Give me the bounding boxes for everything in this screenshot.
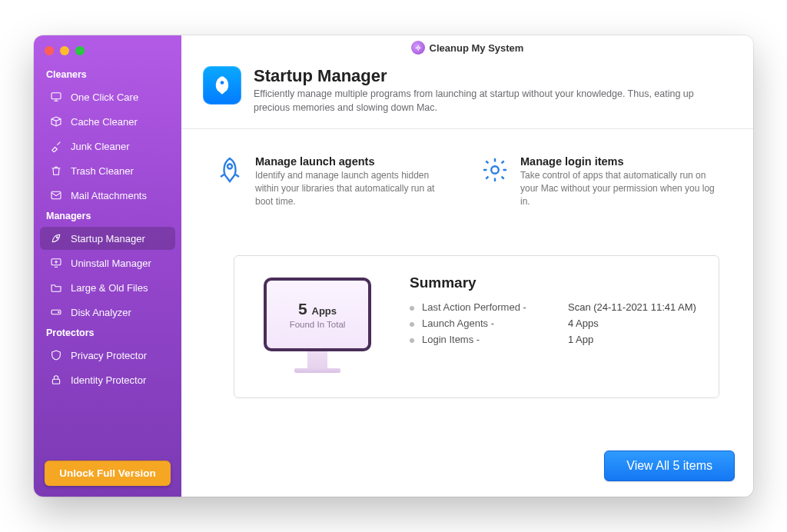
sidebar-item-disk-analyzer[interactable]: Disk Analyzer bbox=[40, 301, 175, 324]
summary-row-launch-agents: Launch Agents - 4 Apps bbox=[410, 315, 697, 331]
svg-point-7 bbox=[221, 81, 224, 85]
broom-icon bbox=[49, 139, 63, 153]
sidebar-item-cache-cleaner[interactable]: Cache Cleaner bbox=[40, 110, 175, 133]
mail-icon bbox=[49, 188, 63, 202]
gear-icon bbox=[480, 155, 510, 185]
sidebar-item-label: Mail Attachments bbox=[71, 190, 147, 201]
titlebar: ✧ Cleanup My System bbox=[181, 35, 753, 60]
feature-title: Manage login items bbox=[520, 155, 719, 168]
sidebar-item-label: Cache Cleaner bbox=[71, 116, 138, 128]
close-icon[interactable] bbox=[45, 46, 54, 55]
sidebar-item-label: Disk Analyzer bbox=[71, 307, 131, 318]
sidebar-item-junk-cleaner[interactable]: Junk Cleaner bbox=[40, 135, 175, 158]
svg-rect-6 bbox=[52, 379, 59, 384]
rocket-outline-icon bbox=[215, 155, 244, 185]
sidebar-item-label: Uninstall Manager bbox=[71, 258, 151, 269]
sidebar-item-uninstall-manager[interactable]: Uninstall Manager bbox=[40, 251, 175, 274]
minimize-icon[interactable] bbox=[60, 46, 69, 55]
svg-point-8 bbox=[227, 165, 232, 169]
summary-illustration: 5 Apps Found In Total bbox=[256, 274, 379, 376]
section-cleaners: Cleaners bbox=[34, 66, 181, 85]
sidebar-item-startup-manager[interactable]: Startup Manager bbox=[40, 227, 175, 250]
footer: View All 5 items bbox=[181, 438, 753, 497]
feature-launch-agents: Manage launch agents Identify and manage… bbox=[215, 155, 454, 208]
sidebar-item-mail-attachments[interactable]: Mail Attachments bbox=[40, 184, 175, 207]
sidebar-item-identity-protector[interactable]: Identity Protector bbox=[40, 368, 175, 391]
sidebar-item-trash-cleaner[interactable]: Trash Cleaner bbox=[40, 159, 175, 182]
sidebar-item-label: Startup Manager bbox=[71, 233, 145, 244]
fullscreen-icon[interactable] bbox=[75, 46, 85, 55]
sidebar-item-label: One Click Care bbox=[71, 91, 138, 103]
app-icon: ✧ bbox=[411, 41, 425, 55]
summary-count-sub: Found In Total bbox=[290, 320, 346, 329]
sidebar: Cleaners One Click Care Cache Cleaner Ju… bbox=[34, 35, 181, 497]
trash-icon bbox=[49, 164, 63, 178]
svg-rect-1 bbox=[51, 191, 61, 198]
folder-icon bbox=[49, 281, 63, 294]
feature-row: Manage launch agents Identify and manage… bbox=[181, 129, 753, 217]
section-managers: Managers bbox=[34, 208, 181, 226]
summary-row-login-items: Login Items - 1 App bbox=[410, 331, 697, 347]
sidebar-item-label: Trash Cleaner bbox=[71, 165, 134, 177]
app-title: Cleanup My System bbox=[430, 42, 524, 54]
sidebar-item-large-old-files[interactable]: Large & Old Files bbox=[40, 276, 175, 299]
unlock-full-version-button[interactable]: Unlock Full Version bbox=[45, 461, 171, 486]
window-controls bbox=[34, 43, 181, 66]
disk-icon bbox=[49, 305, 63, 319]
feature-title: Manage launch agents bbox=[255, 155, 454, 168]
summary-title: Summary bbox=[410, 274, 697, 291]
svg-point-2 bbox=[56, 237, 58, 238]
sidebar-item-privacy-protector[interactable]: Privacy Protector bbox=[40, 344, 175, 367]
uninstall-icon bbox=[49, 256, 63, 270]
view-all-button[interactable]: View All 5 items bbox=[604, 451, 735, 481]
svg-rect-0 bbox=[51, 93, 61, 99]
summary-panel: 5 Apps Found In Total Summary Last Actio… bbox=[234, 255, 719, 398]
page-header: Startup Manager Efficiently manage multi… bbox=[181, 60, 753, 129]
section-protectors: Protectors bbox=[34, 324, 181, 343]
app-window: Cleaners One Click Care Cache Cleaner Ju… bbox=[34, 35, 753, 497]
page-description: Efficiently manage multiple programs fro… bbox=[254, 88, 715, 115]
summary-count: 5 Apps bbox=[298, 300, 337, 318]
sidebar-item-label: Large & Old Files bbox=[71, 282, 148, 294]
svg-point-9 bbox=[491, 166, 499, 174]
main-pane: ✧ Cleanup My System Startup Manager Effi… bbox=[181, 35, 753, 497]
feature-login-items: Manage login items Take control of apps … bbox=[480, 155, 719, 208]
sidebar-item-one-click-care[interactable]: One Click Care bbox=[40, 85, 175, 108]
sidebar-item-label: Identity Protector bbox=[71, 374, 146, 386]
sidebar-item-label: Junk Cleaner bbox=[71, 141, 130, 152]
rocket-badge-icon bbox=[203, 66, 241, 105]
sidebar-item-label: Privacy Protector bbox=[71, 350, 147, 361]
feature-desc: Take control of apps that automatically … bbox=[520, 169, 719, 208]
feature-desc: Identify and manage launch agents hidden… bbox=[255, 169, 454, 208]
monitor-icon bbox=[49, 90, 63, 104]
lock-icon bbox=[49, 373, 63, 387]
summary-row-last-action: Last Action Performed - Scan (24-11-2021… bbox=[410, 299, 697, 315]
rocket-icon bbox=[49, 231, 63, 245]
svg-point-5 bbox=[58, 311, 59, 312]
page-title: Startup Manager bbox=[254, 66, 715, 86]
box-icon bbox=[49, 115, 63, 128]
shield-icon bbox=[49, 348, 63, 362]
